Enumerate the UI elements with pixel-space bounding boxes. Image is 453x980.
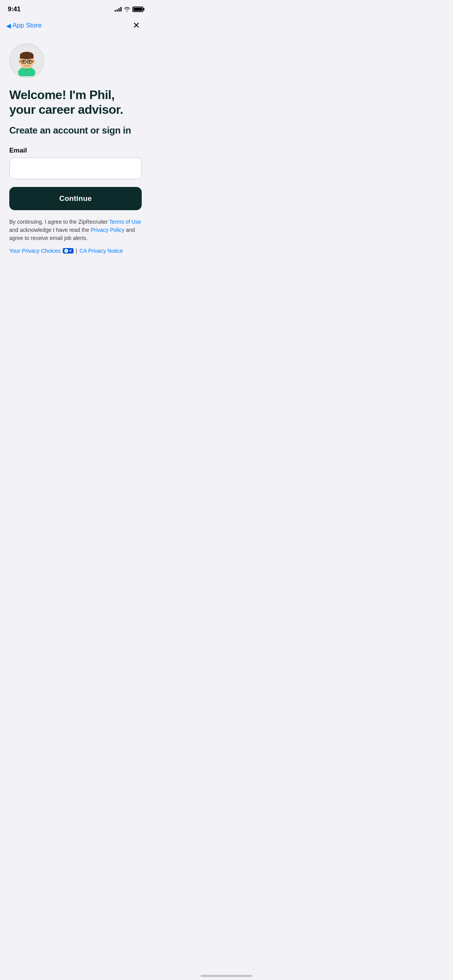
close-icon: ✕ <box>133 21 140 31</box>
battery-icon <box>132 7 143 12</box>
continue-button[interactable]: Continue <box>9 187 142 210</box>
privacy-row: Your Privacy Choices ✕ | CA Privacy Noti… <box>9 248 142 254</box>
privacy-choices-link[interactable]: Your Privacy Choices ✕ <box>9 248 74 254</box>
email-input[interactable] <box>9 158 142 179</box>
signal-icon <box>115 7 122 12</box>
svg-point-15 <box>29 61 31 63</box>
terms-prefix: By continuing, I agree to the ZipRecruit… <box>9 219 109 225</box>
avatar-image <box>11 45 42 76</box>
privacy-choices-icon: ✕ <box>63 248 74 254</box>
privacy-x-icon: ✕ <box>69 249 72 253</box>
ca-privacy-notice-link[interactable]: CA Privacy Notice <box>79 248 123 254</box>
wifi-icon <box>124 7 130 12</box>
status-time: 9:41 <box>8 5 21 13</box>
status-bar: 9:41 <box>0 0 151 15</box>
email-label: Email <box>9 147 142 154</box>
main-content: Welcome! I'm Phil, your career advisor. … <box>0 36 151 269</box>
back-arrow-icon: ◀ <box>6 22 11 29</box>
close-button[interactable]: ✕ <box>129 19 143 33</box>
privacy-divider: | <box>76 248 77 254</box>
continue-label: Continue <box>59 194 92 202</box>
privacy-policy-link[interactable]: Privacy Policy <box>91 227 124 233</box>
privacy-choices-label: Your Privacy Choices <box>9 248 61 254</box>
privacy-check-icon <box>64 249 68 253</box>
avatar <box>9 43 44 78</box>
back-label: App Store <box>12 22 42 29</box>
terms-of-use-link[interactable]: Terms of Use <box>109 219 141 225</box>
terms-middle: and acknowledge I have read the <box>9 227 91 233</box>
svg-rect-6 <box>20 55 33 58</box>
terms-text: By continuing, I agree to the ZipRecruit… <box>9 218 142 242</box>
back-button[interactable]: ◀ App Store <box>6 22 42 29</box>
svg-point-14 <box>23 61 25 63</box>
nav-bar: ◀ App Store ✕ <box>0 15 151 36</box>
welcome-title: Welcome! I'm Phil, your career advisor. <box>9 87 142 117</box>
status-icons <box>115 7 143 12</box>
subtitle: Create an account or sign in <box>9 125 142 136</box>
